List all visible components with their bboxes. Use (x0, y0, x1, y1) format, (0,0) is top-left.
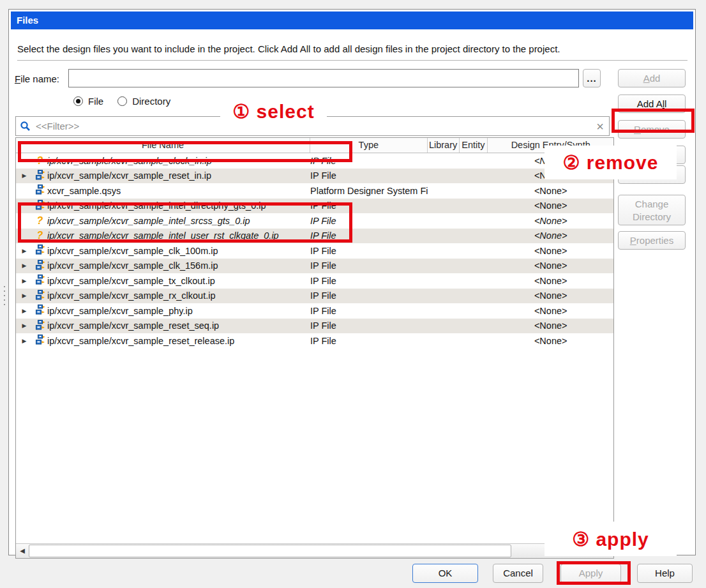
table-row[interactable]: ▶ip/xcvr_sample/xcvr_sample_clk_156m.ipI… (16, 259, 613, 274)
design-entry-text: <None> (488, 290, 613, 301)
table-row[interactable]: ▶ip/xcvr_sample/xcvr_sample_reset_releas… (16, 333, 613, 349)
clear-filter-icon[interactable]: × (596, 120, 605, 133)
annotation-highlight-row1 (18, 141, 352, 162)
file-name-text: xcvr_sample.qsys (47, 186, 121, 196)
expander-icon[interactable]: ▶ (16, 248, 33, 254)
help-button[interactable]: Help (637, 564, 693, 583)
radio-directory-circle[interactable] (117, 96, 127, 106)
file-name-text: ip/xcvr_sample/xcvr_sample_reset_seq.ip (47, 320, 219, 331)
change-directory-button[interactable]: Change Directory (618, 195, 686, 225)
file-type-text: IP File (310, 336, 428, 346)
page-description: Select the design files you want to incl… (17, 43, 560, 54)
divider (17, 60, 687, 61)
files-settings-panel: Files Select the design files you want t… (8, 9, 696, 555)
design-entry-text: <None> (488, 320, 613, 331)
search-icon (20, 121, 31, 132)
scrollbar-thumb[interactable] (29, 545, 511, 557)
file-name-text: ip/xcvr_sample/xcvr_sample_reset_release… (47, 336, 234, 346)
cancel-button[interactable]: Cancel (493, 564, 543, 583)
platform-designer-icon (33, 245, 47, 257)
table-row[interactable]: xcvr_sample.qsysPlatform Designer System… (16, 183, 613, 199)
splitter-grip[interactable] (4, 286, 5, 305)
file-type-text: IP File (310, 320, 428, 331)
platform-designer-icon (33, 170, 47, 182)
annotation-step1-select: ① select (220, 94, 327, 129)
design-entry-text: <None> (488, 260, 613, 271)
file-name-text: ip/xcvr_sample/xcvr_sample_clk_100m.ip (47, 246, 218, 256)
properties-button[interactable]: Properties (618, 231, 686, 250)
design-entry-text: <None> (488, 306, 613, 316)
design-entry-text: <None> (488, 186, 613, 196)
file-name-label: File name: (15, 73, 59, 84)
radio-file-circle[interactable] (73, 96, 83, 106)
table-row[interactable]: ▶ip/xcvr_sample/xcvr_sample_reset_seq.ip… (16, 319, 613, 334)
platform-designer-icon (33, 305, 47, 317)
annotation-highlight-rows5-6 (18, 202, 352, 243)
file-type-text: Platform Designer System File (310, 186, 428, 196)
file-name-input[interactable] (68, 69, 579, 87)
file-type-text: IP File (310, 290, 428, 301)
table-row[interactable]: ▶ip/xcvr_sample/xcvr_sample_phy.ipIP Fil… (16, 303, 613, 319)
platform-designer-icon (33, 260, 47, 272)
annotation-highlight-remove (612, 109, 695, 133)
file-type-text: IP File (310, 306, 428, 316)
expander-icon[interactable]: ▶ (16, 262, 33, 269)
scroll-left-icon[interactable]: ◀ (16, 544, 29, 558)
design-entry-text: <None> (488, 246, 613, 256)
add-button[interactable]: Add (618, 69, 686, 87)
ok-button[interactable]: OK (412, 564, 478, 583)
file-type-text: IP File (310, 246, 428, 256)
design-entry-text: <None> (488, 276, 613, 286)
file-name-text: ip/xcvr_sample/xcvr_sample_reset_in.ip (47, 170, 211, 181)
table-row[interactable]: ▶ip/xcvr_sample/xcvr_sample_tx_clkout.ip… (16, 273, 613, 289)
annotation-highlight-apply (557, 561, 631, 585)
expander-icon[interactable]: ▶ (16, 308, 33, 314)
file-type-text: IP File (310, 276, 428, 286)
radio-directory-label: Directory (132, 96, 170, 107)
design-entry-text: <None> (488, 230, 613, 241)
file-name-text: ip/xcvr_sample/xcvr_sample_tx_clkout.ip (47, 276, 215, 286)
browse-button[interactable]: ... (583, 69, 601, 87)
expander-icon[interactable]: ▶ (16, 338, 33, 344)
design-entry-text: <None> (488, 336, 613, 346)
expander-icon[interactable]: ▶ (16, 278, 33, 284)
horizontal-scrollbar[interactable]: ◀ ▶ (16, 543, 613, 558)
table-row[interactable]: ▶ip/xcvr_sample/xcvr_sample_clk_100m.ipI… (16, 243, 613, 259)
radio-directory[interactable]: Directory (117, 96, 170, 107)
design-entry-text: <None> (488, 216, 613, 226)
mode-radio-group: File Directory (73, 96, 170, 107)
file-name-text: ip/xcvr_sample/xcvr_sample_clk_156m.ip (47, 260, 218, 271)
file-type-text: IP File (310, 170, 428, 181)
file-table-body: ?ip/xcvr_sample/xcvr_sample_clock_in.ipI… (16, 153, 613, 349)
column-header[interactable]: Entity (460, 138, 488, 153)
radio-file[interactable]: File (73, 96, 103, 107)
radio-file-label: File (88, 96, 103, 107)
table-row[interactable]: ▶ip/xcvr_sample/xcvr_sample_reset_in.ipI… (16, 169, 613, 184)
platform-designer-icon (33, 275, 47, 287)
file-table: File NameTypeLibraryEntityDesign Entry/S… (15, 137, 614, 559)
expander-icon[interactable]: ▶ (16, 322, 33, 329)
expander-icon[interactable]: ▶ (16, 292, 33, 299)
column-header[interactable]: Library (428, 138, 460, 153)
table-row[interactable]: ▶ip/xcvr_sample/xcvr_sample_rx_clkout.ip… (16, 289, 613, 304)
annotation-step2-remove: ② remove (545, 146, 677, 179)
expander-icon[interactable]: ▶ (16, 172, 33, 179)
design-entry-text: <None> (488, 200, 613, 211)
page-title: Files (11, 11, 693, 29)
platform-designer-icon (33, 335, 47, 347)
file-type-text: IP File (310, 260, 428, 271)
platform-designer-icon (33, 320, 47, 332)
file-name-text: ip/xcvr_sample/xcvr_sample_rx_clkout.ip (47, 290, 216, 301)
platform-designer-icon (33, 290, 47, 302)
file-name-text: ip/xcvr_sample/xcvr_sample_phy.ip (47, 306, 193, 316)
platform-designer-icon (33, 185, 47, 197)
annotation-step3-apply: ③ apply (545, 522, 677, 556)
